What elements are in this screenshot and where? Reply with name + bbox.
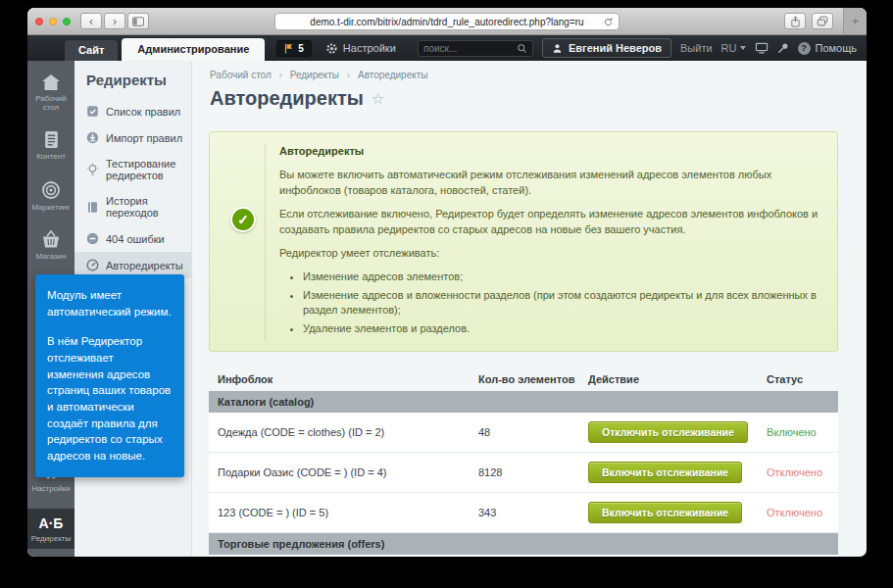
breadcrumb-separator: › bbox=[347, 70, 350, 80]
home-icon bbox=[41, 74, 61, 91]
rail-label: Настройки bbox=[31, 484, 70, 493]
minimize-window-icon[interactable] bbox=[49, 18, 57, 25]
url-text: demo.t-dir.com/bitrix/admin/tdrd_rule_au… bbox=[310, 17, 583, 27]
rail-label: Редиректы bbox=[31, 534, 71, 543]
gauge-icon bbox=[86, 259, 99, 271]
col-header-action: Действие bbox=[588, 373, 767, 385]
table-group-header: Торговые предложения (offers) bbox=[209, 533, 838, 555]
rail-item-shop[interactable]: Магазин bbox=[27, 227, 74, 264]
sidebar-item-rule-list[interactable]: Список правил bbox=[74, 98, 191, 124]
infobox-bullets: Изменение адресов элементов; Изменение а… bbox=[303, 270, 825, 336]
infobox-title: Авторедиректы bbox=[279, 144, 825, 159]
col-header-count: Кол-во элементов bbox=[478, 373, 588, 385]
tab-administration[interactable]: Администрирование bbox=[122, 38, 265, 61]
element-count: 8128 bbox=[478, 466, 588, 478]
breadcrumb: Рабочий стол › Редиректы › Авторедиректы bbox=[192, 61, 867, 80]
sidebar-item-label: Авторедиректы bbox=[106, 260, 183, 271]
chevron-down-icon bbox=[740, 46, 746, 50]
sidebar-item-404-errors[interactable]: 404 ошибки bbox=[74, 225, 191, 252]
info-box: ✓ Авторедиректы Вы можете включить автом… bbox=[209, 131, 838, 352]
toggle-tracking-button[interactable]: Включить отслеживание bbox=[588, 462, 742, 483]
breadcrumb-separator: › bbox=[279, 70, 282, 80]
toggle-tracking-button[interactable]: Включить отслеживание bbox=[588, 502, 742, 523]
status-badge: Отключено bbox=[767, 507, 829, 518]
check-circle-icon: ✓ bbox=[230, 207, 256, 232]
sidebar-toggle-button[interactable] bbox=[127, 13, 149, 29]
table-row: 123 (CODE = ) (ID = 5) 343 Включить отсл… bbox=[209, 493, 838, 533]
rail-item-desktop[interactable]: Рабочий стол bbox=[27, 71, 74, 115]
module-tooltip: Модуль имеет автоматический режим. В нём… bbox=[35, 274, 184, 477]
notifications-count: 5 bbox=[298, 43, 304, 54]
forward-button[interactable]: › bbox=[104, 13, 125, 29]
rail-item-content[interactable]: Контент bbox=[27, 127, 74, 164]
notifications-badge[interactable]: 5 bbox=[276, 40, 312, 57]
rail-label: Рабочий стол bbox=[27, 94, 74, 112]
close-window-icon[interactable] bbox=[35, 18, 43, 25]
rail-label: Магазин bbox=[36, 252, 67, 261]
ab-redirects-icon: А·Б bbox=[39, 515, 64, 531]
flag-icon bbox=[284, 43, 293, 54]
browser-window: ‹ › demo.t-dir.com/bitrix/admin/tdrd_rul… bbox=[27, 8, 867, 557]
topbar-settings-button[interactable]: Настройки bbox=[325, 42, 396, 55]
infoblock-name: Одежда (CODE = clothes) (ID = 2) bbox=[218, 426, 478, 438]
tabs-overview-button[interactable] bbox=[812, 13, 833, 29]
sidebar-icon bbox=[132, 17, 144, 26]
admin-topbar: Сайт Администрирование 5 Настройки поиск… bbox=[27, 35, 867, 61]
book-icon bbox=[86, 201, 99, 214]
sidebar-item-import-rules[interactable]: Импорт правил bbox=[74, 124, 191, 151]
rail-label: Контент bbox=[36, 152, 66, 161]
sidebar-item-history[interactable]: История переходов bbox=[74, 188, 191, 225]
infoblock-name: 123 (CODE = ) (ID = 5) bbox=[218, 507, 478, 518]
infobox-paragraph: Вы можете включить автоматический режим … bbox=[279, 168, 825, 198]
window-controls[interactable] bbox=[35, 18, 71, 25]
sidebar-item-label: Тестирование редиректов bbox=[106, 158, 185, 181]
sidebar-item-label: История переходов bbox=[106, 195, 185, 219]
sidebar-title: Редиректы bbox=[74, 61, 191, 98]
infobox-paragraph: Если отслеживание включено, Редиректор б… bbox=[279, 207, 825, 237]
status-badge: Отключено bbox=[767, 466, 829, 478]
rail-item-marketing[interactable]: Маркетинг bbox=[27, 177, 74, 215]
language-selector[interactable]: RU bbox=[721, 42, 746, 54]
address-bar[interactable]: demo.t-dir.com/bitrix/admin/tdrd_rule_au… bbox=[274, 13, 620, 30]
user-menu-button[interactable]: Евгений Неверов bbox=[542, 38, 671, 58]
table-row: Одежда (CODE = clothes) (ID = 2) 48 Откл… bbox=[209, 413, 838, 453]
search-input[interactable]: поиск... bbox=[418, 40, 533, 57]
reload-icon[interactable] bbox=[603, 17, 614, 29]
rail-label: Маркетинг bbox=[32, 203, 71, 212]
element-count: 343 bbox=[478, 507, 588, 518]
sidebar-item-label: 404 ошибки bbox=[106, 233, 165, 245]
table-row: Подарки Оазис (CODE = ) (ID = 4) 8128 Вк… bbox=[209, 453, 838, 493]
lightbulb-icon bbox=[86, 163, 99, 176]
col-header-infoblock: Инфоблок bbox=[218, 373, 478, 385]
breadcrumb-redirects[interactable]: Редиректы bbox=[290, 70, 339, 80]
language-label: RU bbox=[721, 42, 737, 54]
desktop-mode-icon[interactable] bbox=[755, 42, 769, 54]
sidebar-item-test-redirects[interactable]: Тестирование редиректов bbox=[74, 151, 191, 188]
help-icon: ? bbox=[798, 42, 811, 55]
search-placeholder: поиск... bbox=[423, 43, 457, 54]
target-icon bbox=[41, 180, 61, 200]
back-button[interactable]: ‹ bbox=[80, 13, 102, 29]
user-name: Евгений Неверов bbox=[569, 42, 662, 54]
toggle-tracking-button[interactable]: Отключить отслеживание bbox=[588, 421, 748, 443]
tab-site[interactable]: Сайт bbox=[65, 40, 118, 61]
tooltip-paragraph: Модуль имеет автоматический режим. bbox=[47, 287, 173, 319]
logout-button[interactable]: Выйти bbox=[680, 42, 713, 54]
breadcrumb-autoredirects[interactable]: Авторедиректы bbox=[358, 70, 428, 80]
favorite-star-icon[interactable]: ☆ bbox=[372, 90, 384, 108]
rail-item-redirects[interactable]: А·Б Редиректы bbox=[27, 509, 74, 549]
col-header-status: Статус bbox=[767, 373, 829, 385]
checklist-icon bbox=[86, 105, 99, 118]
share-button[interactable] bbox=[784, 13, 806, 29]
zoom-window-icon[interactable] bbox=[63, 18, 71, 25]
infobox-paragraph: Редиректор умеет отслеживать: bbox=[279, 246, 825, 261]
breadcrumb-desktop[interactable]: Рабочий стол bbox=[210, 70, 272, 80]
infobox-bullet: Удаление элементов и разделов. bbox=[303, 321, 825, 336]
basket-icon bbox=[41, 230, 61, 249]
user-icon bbox=[552, 43, 563, 54]
pin-panel-icon[interactable] bbox=[777, 42, 789, 54]
infobox-bullet: Изменение адресов и вложенности разделов… bbox=[303, 288, 825, 318]
settings-label: Настройки bbox=[343, 42, 396, 54]
help-button[interactable]: ? Помощь bbox=[798, 42, 858, 55]
new-tab-button[interactable]: + bbox=[843, 8, 867, 34]
